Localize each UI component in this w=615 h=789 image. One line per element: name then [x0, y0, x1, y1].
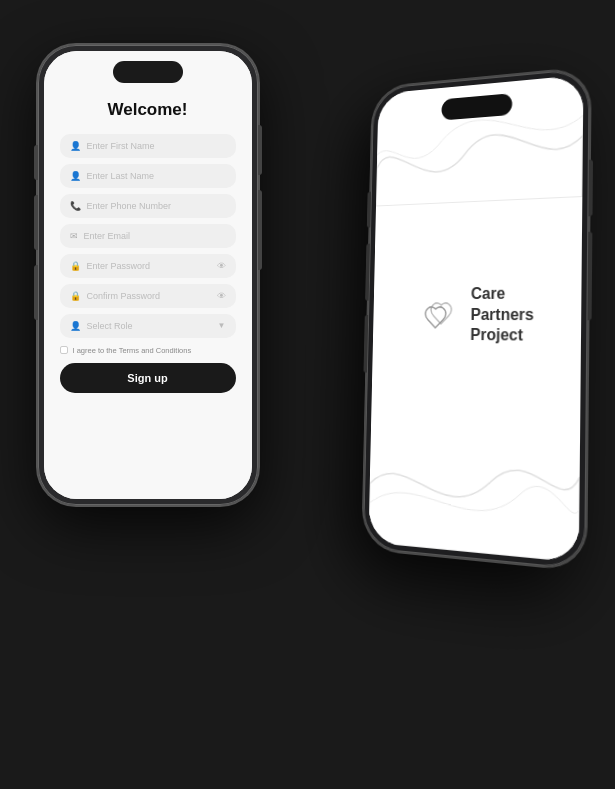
- phone-left-screen: Welcome! 👤 Enter First Name 👤 Enter Last…: [44, 51, 252, 499]
- email-field[interactable]: ✉ Enter Email: [60, 224, 236, 248]
- splash-logo-area: Care Partners Project: [414, 283, 534, 347]
- role-placeholder: Select Role: [87, 321, 133, 331]
- phone-left: Welcome! 👤 Enter First Name 👤 Enter Last…: [38, 45, 258, 505]
- confirm-password-placeholder: Confirm Password: [87, 291, 161, 301]
- person-icon-1: 👤: [70, 141, 81, 151]
- side-button-right-top: [258, 125, 262, 175]
- confirm-password-field[interactable]: 🔒 Confirm Password 👁: [60, 284, 236, 308]
- phone-icon: 📞: [70, 201, 81, 211]
- last-name-placeholder: Enter Last Name: [87, 171, 155, 181]
- email-placeholder: Enter Email: [84, 231, 131, 241]
- email-icon: ✉: [70, 231, 78, 241]
- phone-right-left-btn-2: [365, 243, 370, 300]
- eye-icon-1: 👁: [217, 261, 226, 271]
- app-name-line2: Partners: [470, 304, 534, 325]
- screen-content-left: Welcome! 👤 Enter First Name 👤 Enter Last…: [44, 51, 252, 499]
- phone-right-left-btn-3: [363, 315, 368, 373]
- splash-screen: Care Partners Project: [368, 74, 583, 562]
- last-name-field[interactable]: 👤 Enter Last Name: [60, 164, 236, 188]
- app-name-line1: Care: [470, 283, 533, 304]
- side-button-left-2: [34, 195, 38, 250]
- first-name-placeholder: Enter First Name: [87, 141, 155, 151]
- scene: Welcome! 👤 Enter First Name 👤 Enter Last…: [18, 15, 598, 775]
- first-name-field[interactable]: 👤 Enter First Name: [60, 134, 236, 158]
- password-placeholder: Enter Password: [87, 261, 151, 271]
- phone-field[interactable]: 📞 Enter Phone Number: [60, 194, 236, 218]
- lock-icon-2: 🔒: [70, 291, 81, 301]
- app-name: Care Partners Project: [470, 283, 534, 347]
- top-waves: [375, 74, 583, 206]
- notch-left: [113, 61, 183, 83]
- chevron-down-icon: ▼: [218, 321, 226, 330]
- phone-right: Care Partners Project: [362, 68, 589, 570]
- side-button-left-3: [34, 265, 38, 320]
- phone-right-left-btn-1: [366, 191, 370, 227]
- role-field[interactable]: 👤 Select Role ▼: [60, 314, 236, 338]
- terms-label: I agree to the Terms and Conditions: [73, 346, 192, 355]
- person-icon-2: 👤: [70, 171, 81, 181]
- phone-placeholder: Enter Phone Number: [87, 201, 172, 211]
- side-button-left-1: [34, 145, 38, 180]
- terms-checkbox[interactable]: [60, 346, 68, 354]
- side-button-right-bottom: [258, 190, 262, 270]
- app-name-line3: Project: [470, 325, 534, 347]
- terms-row[interactable]: I agree to the Terms and Conditions: [60, 346, 236, 355]
- hearts-icon: [414, 291, 459, 339]
- phone-right-button-2: [587, 231, 592, 320]
- bottom-waves: [368, 366, 580, 562]
- person-icon-3: 👤: [70, 321, 81, 331]
- eye-icon-2: 👁: [217, 291, 226, 301]
- lock-icon-1: 🔒: [70, 261, 81, 271]
- phone-right-screen: Care Partners Project: [368, 74, 583, 562]
- phone-right-button-1: [588, 159, 593, 216]
- password-field[interactable]: 🔒 Enter Password 👁: [60, 254, 236, 278]
- signup-button[interactable]: Sign up: [60, 363, 236, 393]
- welcome-title: Welcome!: [108, 100, 188, 120]
